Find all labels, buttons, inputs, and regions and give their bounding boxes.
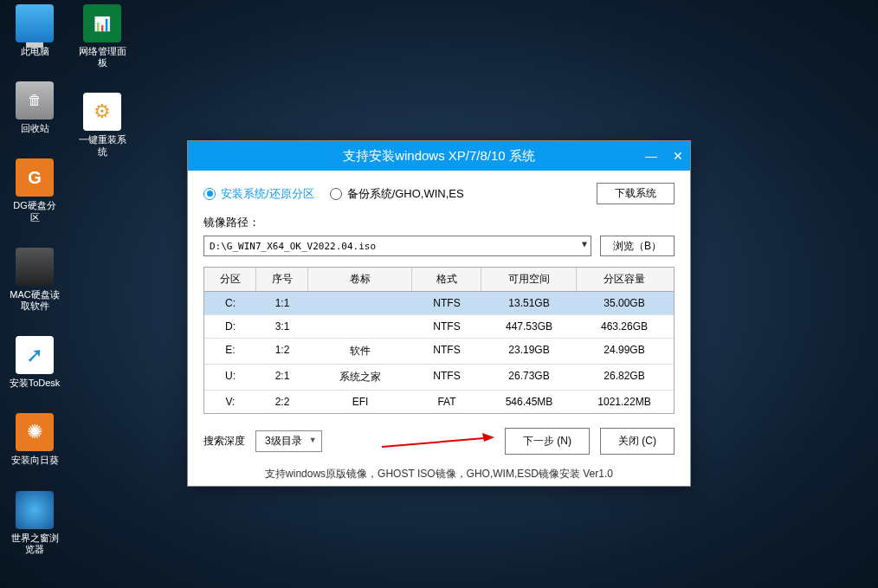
- bin-icon: 🗑: [16, 81, 54, 120]
- icon-this-pc[interactable]: 此电脑: [9, 4, 61, 57]
- window-title: 支持安装windows XP/7/8/10 系统: [343, 148, 535, 165]
- monitor-icon: [16, 4, 54, 42]
- desktop: 此电脑 🗑 回收站 G DG硬盘分区 MAC硬盘读取软件 ➚ 安装ToDesk …: [9, 4, 128, 555]
- table-row[interactable]: E:1:2软件NTFS23.19GB24.99GB: [204, 339, 674, 365]
- apple-icon: [16, 248, 54, 286]
- gear-icon: [83, 93, 121, 131]
- search-depth-label: 搜索深度: [203, 434, 245, 449]
- dg-icon: G: [16, 158, 54, 197]
- image-path-input[interactable]: D:\G_WIN7_X64_OK_V2022.04.iso ▼: [203, 236, 591, 256]
- table-row[interactable]: U:2:1系统之家NTFS26.73GB26.82GB: [204, 365, 674, 391]
- chevron-down-icon[interactable]: ▼: [582, 239, 587, 249]
- svg-line-0: [382, 438, 484, 447]
- title-bar[interactable]: 支持安装windows XP/7/8/10 系统 — ✕: [188, 141, 690, 171]
- partition-table: 分区 序号 卷标 格式 可用空间 分区容量 C:1:1NTFS13.51GB35…: [203, 267, 675, 414]
- icon-network-panel[interactable]: 📊 网络管理面板: [76, 4, 128, 68]
- red-arrow-hint: [332, 433, 494, 450]
- table-row[interactable]: V:2:2EFIFAT546.45MB1021.22MB: [204, 391, 674, 413]
- radio-dot-icon: [330, 188, 342, 200]
- icon-mac-reader[interactable]: MAC硬盘读取软件: [9, 248, 61, 312]
- close-action-button[interactable]: 关闭 (C): [600, 428, 675, 455]
- todesk-icon: ➚: [16, 336, 54, 374]
- table-header: 分区 序号 卷标 格式 可用空间 分区容量: [204, 268, 674, 292]
- radio-backup[interactable]: 备份系统/GHO,WIN,ES: [330, 186, 464, 202]
- next-button[interactable]: 下一步 (N): [505, 428, 590, 455]
- footer-note: 支持windows原版镜像，GHOST ISO镜像，GHO,WIM,ESD镜像安…: [203, 467, 675, 481]
- table-row[interactable]: D:3:1NTFS447.53GB463.26GB: [204, 315, 674, 339]
- close-button[interactable]: ✕: [673, 149, 683, 163]
- image-path-label: 镜像路径：: [203, 215, 675, 230]
- radio-dot-icon: [203, 188, 216, 200]
- table-row[interactable]: C:1:1NTFS13.51GB35.00GB: [204, 292, 674, 315]
- icon-dg-partition[interactable]: G DG硬盘分区: [9, 158, 61, 223]
- chevron-down-icon: ▼: [309, 436, 317, 444]
- svg-marker-1: [482, 433, 494, 442]
- browse-button[interactable]: 浏览（B）: [600, 236, 675, 256]
- icon-world-browser[interactable]: 世界之窗浏览器: [9, 491, 61, 555]
- download-system-button[interactable]: 下载系统: [597, 183, 675, 204]
- search-depth-select[interactable]: 3级目录 ▼: [255, 430, 322, 452]
- radio-install-restore[interactable]: 安装系统/还原分区: [203, 186, 314, 202]
- icon-sunflower[interactable]: ✺ 安装向日葵: [9, 413, 61, 466]
- icon-recycle-bin[interactable]: 🗑 回收站: [9, 81, 61, 134]
- icon-todesk[interactable]: ➚ 安装ToDesk: [9, 336, 61, 389]
- icon-reinstall[interactable]: 一键重装系统: [76, 93, 128, 157]
- minimize-button[interactable]: —: [645, 149, 657, 163]
- installer-window: 支持安装windows XP/7/8/10 系统 — ✕ 安装系统/还原分区 备…: [187, 140, 691, 487]
- network-icon: 📊: [83, 4, 121, 42]
- globe-icon: [16, 491, 54, 529]
- sunflower-icon: ✺: [16, 413, 54, 451]
